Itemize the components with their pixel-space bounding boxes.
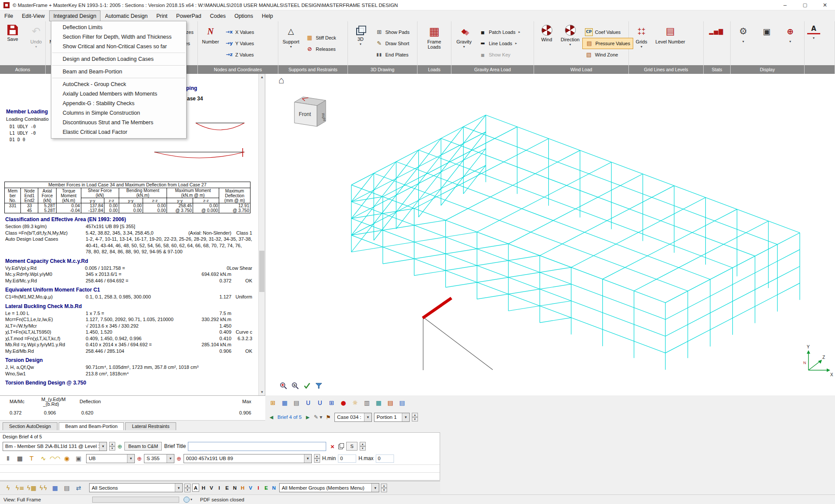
wind-zone-button[interactable]: Wind Zone (582, 49, 633, 60)
sec-wave-icon[interactable]: ∿ (38, 454, 49, 464)
section-size-combo[interactable]: 0030 457x191 UB 89 (184, 454, 312, 463)
hmax-input[interactable]: 0 (376, 454, 394, 463)
menu-edit-view[interactable]: Edit-View (17, 10, 49, 21)
display-options-button[interactable]: ▾ (732, 22, 755, 64)
toggle-h-colored[interactable]: H (239, 484, 246, 492)
chevron-down-icon[interactable] (304, 454, 311, 463)
releases-button[interactable]: Releases (303, 43, 339, 55)
autocheck-1-icon[interactable]: ϟ (3, 483, 13, 493)
wind-button[interactable]: Wind (535, 22, 558, 64)
scrollbar-thumb[interactable] (259, 251, 264, 292)
toggle-e-colored[interactable]: E (263, 484, 270, 492)
menu-item-section-filter-for-depth-width-and-thickness[interactable]: Section Filter for Depth, Width and Thic… (51, 32, 186, 42)
view-cube[interactable]: Front Right (289, 89, 333, 130)
toggle-n-colored[interactable]: N (271, 484, 277, 492)
chevron-down-icon[interactable] (167, 454, 174, 463)
steel-grade-combo[interactable]: S 355 (144, 454, 174, 463)
menu-print[interactable]: Print (152, 10, 172, 21)
toggle-i-colored[interactable]: I (255, 484, 262, 492)
pressure-values-button[interactable]: Pressure Values (582, 38, 633, 49)
stats-button[interactable] (705, 22, 728, 64)
swap-icon[interactable]: ⇄ (73, 483, 84, 493)
menu-item-elastic-critical-load-factor[interactable]: Elastic Critical Load Factor (51, 127, 186, 137)
menu-powerpad[interactable]: PowerPad (172, 10, 206, 21)
minimize-button[interactable] (775, 0, 795, 10)
direction-button[interactable]: Direction▾ (559, 22, 581, 64)
copy-icon[interactable] (338, 443, 344, 449)
show-key-button[interactable]: Show Key (476, 49, 523, 60)
doc-blue-icon[interactable]: ▤ (397, 398, 407, 408)
menu-help[interactable]: Help (257, 10, 277, 21)
grids-button[interactable]: Grids▾ (630, 22, 653, 64)
menu-item-deflection-limits[interactable]: Deflection Limits (51, 23, 186, 32)
grid-teal-icon[interactable]: ▦ (373, 398, 384, 408)
member-select-combo[interactable]: Bm - Member SB 2\A-BL1Id 131 @ Level 1 (3, 442, 107, 451)
brief-stepper[interactable]: ▲▼ (360, 442, 366, 451)
menu-item-discontinuous-strut-and-tie-members[interactable]: Discontinuous Strut and Tie Members (51, 118, 186, 127)
end-plates-button[interactable]: End Plates (373, 49, 412, 60)
tab-section-autodesign[interactable]: Section AutoDesign (3, 422, 57, 430)
filter-icon[interactable] (314, 381, 323, 390)
grid-select-icon[interactable]: ⊞ (267, 398, 278, 408)
doc-plain-icon[interactable]: ▤ (61, 483, 72, 493)
sections-filter-combo[interactable]: All Sections (89, 483, 183, 492)
patch-loads-button[interactable]: Patch Loads▸ (476, 27, 523, 38)
link-icon[interactable]: ⊕ (117, 443, 122, 450)
clear-brief-icon[interactable]: × (328, 443, 336, 450)
marker-display-button[interactable]: ▾ (779, 22, 802, 64)
pin-icon[interactable] (324, 413, 332, 421)
z-values-button[interactable]: Z Values (223, 49, 257, 60)
tab-lateral-restraints[interactable]: Lateral Restraints (125, 422, 176, 430)
sec-tee-icon[interactable]: T (26, 454, 37, 464)
sec-arcs-icon[interactable]: ◠◠ (50, 454, 60, 464)
previous-brief-icon[interactable] (267, 413, 275, 421)
sun-icon[interactable]: ☼ (350, 398, 361, 408)
section-stepper[interactable]: ▲▼ (314, 454, 320, 463)
chevron-down-icon[interactable] (402, 413, 409, 421)
tab-beam-and-beam-portion[interactable]: Beam and Beam-Portion (59, 422, 124, 430)
screen-display-button[interactable] (755, 22, 778, 64)
menu-integrated-design[interactable]: Integrated Design (49, 10, 101, 21)
sec-box-icon[interactable]: ▣ (73, 454, 84, 464)
beam-to-cm-button[interactable]: Beam to C&M (124, 442, 162, 451)
chevron-down-icon[interactable] (127, 454, 134, 463)
section-type-combo[interactable]: UB (86, 454, 135, 463)
frame-loads-button[interactable]: Frame Loads (419, 22, 450, 64)
menu-options[interactable]: Options (230, 10, 257, 21)
scroll-down-icon[interactable]: ▼ (259, 389, 265, 395)
show-pads-button[interactable]: Show Pads (373, 27, 412, 38)
scroll-up-icon[interactable]: ▲ (259, 74, 265, 80)
gravity-button[interactable]: Gravity▾ (453, 22, 475, 64)
grid-edit-icon[interactable]: ▦ (279, 398, 290, 408)
u-section-b-icon[interactable]: U (314, 398, 325, 408)
u-section-a-icon[interactable]: U (303, 398, 314, 408)
zoom-in-icon[interactable] (279, 381, 288, 390)
member-stepper[interactable]: ▲▼ (109, 442, 115, 451)
menu-item-show-critical-and-non-critical-cases-so-far[interactable]: Show Critical and Non-Critical Cases so … (51, 42, 186, 51)
doc-red-icon[interactable]: ▤ (385, 398, 396, 408)
menu-codes[interactable]: Codes (206, 10, 230, 21)
y-values-button[interactable]: Y Values (223, 38, 257, 49)
toggle-v-colored[interactable]: V (247, 484, 254, 492)
load-case-combo[interactable]: Case 034 : (334, 413, 372, 422)
groups-stepper[interactable]: ▲▼ (381, 484, 387, 492)
toggle-v-plain[interactable]: V (208, 484, 215, 492)
maximize-button[interactable] (795, 0, 815, 10)
sections-stepper[interactable]: ▲▼ (184, 484, 190, 492)
chevron-down-icon[interactable] (364, 413, 371, 421)
doc-lines-icon[interactable]: ▥ (361, 398, 372, 408)
menu-automatic-design[interactable]: Automatic Design (100, 10, 152, 21)
table-blue-icon[interactable]: ▦ (50, 483, 60, 493)
sec-grid-icon[interactable]: ▦ (14, 454, 25, 464)
s-button[interactable]: S (346, 442, 357, 451)
menu-item-beam-and-beam-portion[interactable]: Beam and Beam-Portion (51, 67, 186, 76)
grid-blue-icon[interactable]: ⊞ (326, 398, 337, 408)
link-icon[interactable]: ⊕ (177, 455, 181, 462)
chevron-down-icon[interactable] (175, 484, 182, 492)
menu-file[interactable]: File (0, 10, 17, 21)
redraw-icon[interactable] (303, 381, 311, 390)
coef-values-button[interactable]: Coef Values (582, 27, 633, 38)
menu-item-columns-in-simple-construction[interactable]: Columns in Simple Construction (51, 108, 186, 118)
close-button[interactable] (815, 0, 835, 10)
edit-brief-icon[interactable] (314, 413, 322, 421)
